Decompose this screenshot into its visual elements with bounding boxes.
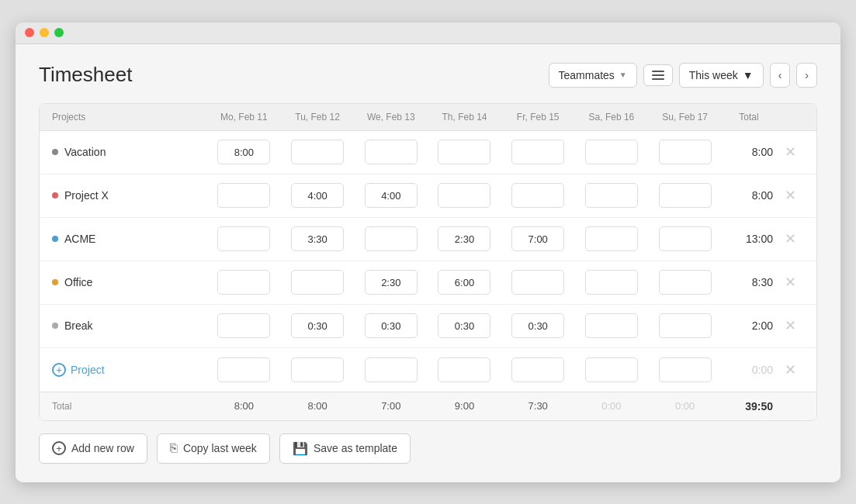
time-input-new-wed[interactable] [365,357,418,382]
col-mon: Mo, Feb 11 [207,112,281,123]
prev-week-button[interactable]: ‹ [770,63,791,88]
col-projects: Projects [52,112,207,123]
time-input-acme-wed[interactable] [365,226,418,251]
time-input-new-tue[interactable] [291,357,344,382]
time-input-acme-fri[interactable] [511,226,564,251]
row-total-vacation: 8:00 [722,146,776,158]
remove-projectx-button[interactable]: ✕ [776,187,804,204]
minimize-dot[interactable] [40,28,49,37]
this-week-button[interactable]: This week ▼ [679,63,764,88]
titlebar [16,22,840,44]
time-input-projectx-wed[interactable] [365,183,418,208]
time-input-office-tue[interactable] [291,270,344,295]
table-row: Break 2:00 ✕ [40,305,816,348]
teammates-button[interactable]: Teammates ▼ [549,63,637,88]
next-icon: › [805,69,809,81]
time-input-acme-mon[interactable] [217,226,270,251]
time-input-projectx-sat[interactable] [585,183,638,208]
time-input-projectx-mon[interactable] [217,183,270,208]
remove-new-button[interactable]: ✕ [776,361,804,378]
remove-vacation-button[interactable]: ✕ [776,143,804,161]
this-week-label: This week [689,69,738,81]
time-input-office-thu[interactable] [438,270,490,295]
teammates-chevron-icon: ▼ [619,71,627,79]
time-input-projectx-thu[interactable] [438,183,490,208]
time-input-office-sun[interactable] [659,270,712,295]
close-dot[interactable] [25,28,34,37]
col-tue: Tu, Feb 12 [281,112,355,123]
add-new-row-button[interactable]: + Add new row [39,433,147,464]
time-input-new-sun[interactable] [659,357,712,382]
time-input-vacation-wed[interactable] [365,140,418,164]
project-name-projectx: Project X [52,189,207,202]
time-input-projectx-sun[interactable] [659,183,712,208]
time-input-acme-thu[interactable] [438,226,490,251]
time-input-new-fri[interactable] [511,357,564,382]
project-dot [52,149,58,155]
project-dot [52,192,58,198]
time-input-acme-tue[interactable] [291,226,344,251]
time-input-break-tue[interactable] [291,313,344,338]
add-project-icon: + [52,363,66,377]
total-sun: 0:00 [648,400,722,412]
time-input-break-mon[interactable] [217,313,270,338]
time-input-projectx-fri[interactable] [511,183,564,208]
copy-last-week-button[interactable]: ⎘ Copy last week [157,433,270,464]
table-row: ACME 13:00 ✕ [40,218,816,261]
time-input-break-thu[interactable] [438,313,490,338]
col-thu: Th, Feb 14 [428,112,501,123]
project-name-acme: ACME [52,233,207,245]
table-row-add-project: + Project 0:00 ✕ [40,348,816,392]
time-input-vacation-sat[interactable] [585,140,638,164]
next-week-button[interactable]: › [796,63,817,88]
copy-label: Copy last week [183,442,257,454]
total-fri: 7:30 [501,400,575,412]
project-dot [52,236,58,242]
time-input-vacation-mon[interactable] [217,140,270,164]
remove-acme-button[interactable]: ✕ [776,230,804,247]
add-project-label: Project [71,364,105,376]
total-mon: 8:00 [207,400,281,412]
page-title: Timesheet [39,63,132,87]
time-input-vacation-tue[interactable] [291,140,344,164]
col-sat: Sa, Feb 16 [575,112,649,123]
time-input-new-sat[interactable] [585,357,638,382]
time-input-break-sat[interactable] [585,313,638,338]
remove-office-button[interactable]: ✕ [776,274,804,291]
time-input-new-thu[interactable] [438,357,490,382]
time-input-office-mon[interactable] [217,270,270,295]
time-input-break-wed[interactable] [365,313,418,338]
remove-break-button[interactable]: ✕ [776,317,804,334]
time-input-vacation-fri[interactable] [511,140,564,164]
time-input-new-mon[interactable] [217,357,270,382]
table-header: Projects Mo, Feb 11 Tu, Feb 12 We, Feb 1… [40,104,816,131]
page-header: Timesheet Teammates ▼ This week ▼ ‹ [39,63,817,88]
time-input-break-sun[interactable] [659,313,712,338]
project-dot [52,323,58,329]
totals-row: Total 8:00 8:00 7:00 9:00 7:30 0:00 0:00… [40,392,816,420]
add-project-button[interactable]: + Project [52,363,207,377]
add-row-icon: + [52,441,66,455]
time-input-office-sat[interactable] [585,270,638,295]
copy-icon: ⎘ [170,441,178,455]
time-input-office-fri[interactable] [511,270,564,295]
time-input-projectx-tue[interactable] [291,183,344,208]
row-total-acme: 13:00 [722,233,776,245]
list-view-button[interactable] [643,64,673,86]
save-template-label: Save as template [314,442,397,454]
time-input-acme-sat[interactable] [585,226,638,251]
project-dot [52,279,58,285]
total-sat: 0:00 [575,400,649,412]
save-as-template-button[interactable]: 💾 Save as template [279,433,411,464]
col-sun: Su, Feb 17 [648,112,722,123]
time-input-acme-sun[interactable] [659,226,712,251]
total-tue: 8:00 [281,400,355,412]
time-input-office-wed[interactable] [365,270,418,295]
time-input-break-fri[interactable] [511,313,564,338]
maximize-dot[interactable] [54,28,64,37]
row-total-break: 2:00 [722,319,776,332]
list-view-icon [652,71,664,80]
time-input-vacation-sun[interactable] [659,140,712,164]
col-wed: We, Feb 13 [354,112,428,123]
time-input-vacation-thu[interactable] [438,140,490,164]
